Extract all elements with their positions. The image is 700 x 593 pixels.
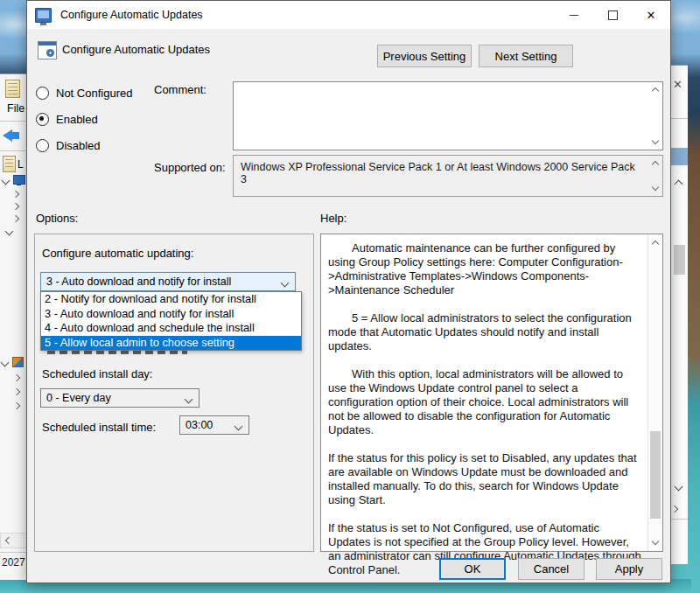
chevron-right-icon[interactable] [13,388,20,395]
toolbar-divider [0,150,26,151]
options-panel: Configure automatic updating: 3 - Auto d… [34,234,314,552]
scroll-document-icon [5,80,20,98]
statusbar-divider [0,552,26,553]
maximize-button[interactable] [593,1,632,29]
window-title: Configure Automatic Updates [60,9,203,21]
title-bar: Configure Automatic Updates ✕ [27,1,670,29]
radio-label: Enabled [56,113,98,126]
radio-enabled[interactable]: Enabled [36,113,98,126]
policy-setting-icon [38,41,57,59]
scroll-document-icon [3,156,16,172]
combobox-value: 3 - Auto download and notify for install [46,276,231,288]
supported-on-field: Windows XP Professional Service Pack 1 o… [233,155,663,197]
install-day-label: Scheduled install day: [42,367,152,380]
install-day-combobox[interactable]: 0 - Every day [40,388,200,408]
toolbar-divider [0,121,26,122]
dropdown-option[interactable]: 3 - Auto download and notify for install [41,307,301,322]
chevron-up-icon[interactable] [652,161,659,168]
supported-on-value: Windows XP Professional Service Pack 1 o… [241,161,639,185]
configure-updating-dropdown: 2 - Notify for download and notify for i… [40,291,302,351]
tree-item-label: L [18,158,24,171]
component-node-icon [12,357,24,367]
combobox-value: 03:00 [186,419,213,431]
chevron-left-icon[interactable] [5,537,12,544]
scrollbar-thumb[interactable] [674,245,685,275]
chevron-right-icon[interactable] [671,506,678,513]
computer-node-icon [13,175,25,185]
previous-setting-button[interactable]: Previous Setting [377,45,472,67]
maximize-icon [608,10,618,20]
chevron-right-icon[interactable] [12,215,19,222]
chevron-down-icon [281,279,290,288]
dropdown-option[interactable]: 4 - Auto download and schedule the insta… [41,321,301,336]
background-window-right: ✕ [669,65,688,564]
chevron-down-icon[interactable] [675,483,683,492]
chevron-down-icon [185,395,193,404]
supported-on-label: Supported on: [154,161,226,174]
window-controls: ✕ [555,1,670,29]
chevron-down-icon[interactable] [652,538,659,545]
setting-name: Configure Automatic Updates [62,43,210,56]
chevron-right-icon[interactable] [12,203,19,210]
help-section-label: Help: [320,212,346,225]
help-paragraph: 5 = Allow local administrators to select… [328,311,641,353]
radio-not-configured[interactable]: Not Configured [36,87,132,100]
minimize-button[interactable] [555,1,593,29]
obscured-text-fragment [47,351,187,354]
chevron-down-icon[interactable] [652,184,659,191]
dropdown-option-highlighted[interactable]: 5 - Allow local admin to choose setting [41,336,301,351]
help-box: Automatic maintenance can be further con… [320,234,663,552]
scrollbar-thumb[interactable] [650,431,661,519]
selected-row-highlight [669,148,688,165]
chevron-down-icon[interactable] [5,227,14,236]
background-window-left: File L 2027 s [0,73,26,580]
combobox-value: 0 - Every day [46,392,111,404]
policy-settings-dialog: Configure Automatic Updates ✕ Configure … [26,0,671,583]
help-scrollbar[interactable] [648,234,662,551]
chevron-down-icon[interactable] [2,177,10,185]
chevron-right-icon[interactable] [13,374,20,381]
radio-circle-checked-icon [36,113,49,126]
next-setting-button[interactable]: Next Setting [479,45,573,67]
minimize-icon [570,15,578,16]
help-paragraph: Automatic maintenance can be further con… [328,241,641,297]
dropdown-option[interactable]: 2 - Notify for download and notify for i… [41,292,301,307]
chevron-down-icon [234,422,243,431]
chevron-up-icon[interactable] [652,87,659,94]
statusbar-divider [669,519,688,520]
chevron-down-icon[interactable] [652,137,659,144]
radio-disabled[interactable]: Disabled [36,139,101,152]
chevron-up-icon[interactable] [652,241,659,248]
install-time-combobox[interactable]: 03:00 [179,415,249,435]
radio-circle-icon [36,87,49,100]
radio-label: Disabled [56,139,101,152]
ok-button[interactable]: OK [439,558,506,580]
options-section-label: Options: [36,212,78,225]
configure-updating-combobox[interactable]: 3 - Auto download and notify for install [40,272,296,291]
cancel-button[interactable]: Cancel [518,558,584,580]
gpedit-app-icon [35,8,52,23]
help-text: Automatic maintenance can be further con… [328,241,641,591]
configure-updating-label: Configure automatic updating: [42,247,193,260]
chevron-up-icon[interactable] [675,180,683,189]
radio-circle-icon [36,139,49,152]
apply-button[interactable]: Apply [596,558,662,580]
help-paragraph: If the status for this policy is set to … [328,451,641,507]
close-button[interactable]: ✕ [632,1,670,29]
close-icon: ✕ [647,9,656,22]
close-icon[interactable]: ✕ [673,78,682,91]
window-divider [669,118,688,119]
chevron-down-icon[interactable] [1,359,10,367]
install-time-label: Scheduled install time: [42,421,156,434]
file-menu[interactable]: File [7,102,24,115]
radio-label: Not Configured [56,87,132,100]
comment-field [233,81,663,150]
chevron-right-icon[interactable] [13,402,20,409]
comment-input[interactable] [235,84,648,149]
chevron-right-icon[interactable] [12,191,19,198]
comment-label: Comment: [154,83,206,96]
horizontal-scrollbar[interactable] [0,533,28,548]
help-paragraph: With this option, local administrators w… [328,367,641,437]
